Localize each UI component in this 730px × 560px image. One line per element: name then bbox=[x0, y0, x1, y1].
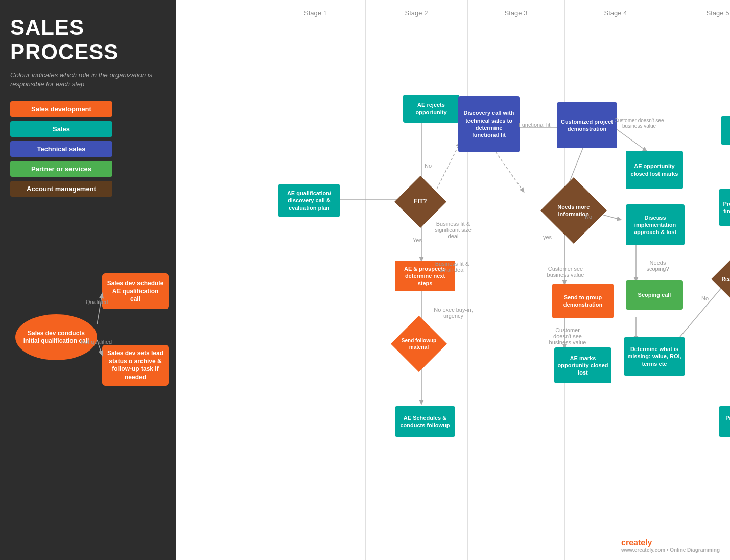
divider-1 bbox=[266, 0, 266, 560]
svg-line-8 bbox=[493, 148, 524, 192]
diagram-area: Stage 1 Stage 2 Stage 3 Stage 4 Stage 5 bbox=[176, 0, 730, 560]
node-ae-marks-closed-4: AE opportunity closed lost marks bbox=[626, 151, 683, 189]
right-panel: Stage 1 Stage 2 Stage 3 Stage 4 Stage 5 bbox=[176, 0, 730, 560]
left-diagram-svg bbox=[10, 212, 166, 416]
node-prepare-quote: Prepare quote for signature bbox=[719, 406, 730, 437]
label-customer-see-biz: Customer see business value bbox=[545, 266, 586, 278]
legend: Sales development Sales Technical sales … bbox=[10, 101, 166, 197]
stage-3-header: Stage 3 bbox=[467, 9, 564, 17]
label-biz-fit-small: Business fit & small deal bbox=[432, 261, 473, 273]
subtitle: Colour indicates which role in the organ… bbox=[10, 71, 166, 89]
label-yes-2: yes bbox=[543, 234, 552, 240]
label-no-2: No bbox=[585, 214, 592, 220]
stage-5-header: Stage 5 bbox=[667, 9, 730, 17]
label-qualified: Qualified bbox=[86, 299, 108, 305]
label-customer-no-biz: Customer doesn't see business value bbox=[547, 327, 588, 345]
legend-account-mgmt: Account management bbox=[10, 181, 112, 197]
node-discuss-impl: Discuss implementation approach & lost bbox=[626, 204, 685, 245]
page-title: SALES PROCESS bbox=[10, 15, 166, 64]
diamond-needs-more-info: Needs more information bbox=[548, 185, 599, 236]
diamond-ready-to-sign: Ready to sign? bbox=[718, 256, 730, 301]
label-no-3: No bbox=[701, 295, 709, 301]
label-customer-wants: Customer wants negotiate terms bbox=[728, 156, 730, 167]
node-scoping-call: Scoping call bbox=[626, 280, 683, 310]
node-ae-qualification: AE qualification/ discovery call & evalu… bbox=[278, 184, 340, 217]
label-customer-no-biz-2: Customer doesn't see business value bbox=[614, 118, 665, 129]
creately-logo: creately www.creately.com • Online Diagr… bbox=[621, 538, 720, 553]
node-ae-schedules: AE Schedules & conducts followup bbox=[395, 406, 455, 437]
node-customized-demo: Customized project demonstration bbox=[557, 102, 617, 148]
diamond-send-followup: Send followup material bbox=[397, 322, 440, 365]
divider-3 bbox=[467, 0, 468, 560]
label-no-exec: No exec buy-in, urgency bbox=[432, 307, 475, 319]
label-needs-scoping: Needs scoping? bbox=[639, 260, 677, 272]
svg-line-0 bbox=[97, 294, 102, 324]
legend-tech-sales: Technical sales bbox=[10, 141, 112, 157]
label-no-1: No bbox=[425, 162, 432, 169]
label-not-qualified: Not qualified bbox=[81, 339, 112, 345]
node-engage-legal: Engage legal bbox=[721, 116, 730, 145]
node-ae-marks-closed-3: AE marks opportunity closed lost bbox=[554, 347, 611, 383]
legend-sales-dev: Sales development bbox=[10, 101, 112, 117]
stage-4-header: Stage 4 bbox=[564, 9, 667, 17]
diamond-fit: FIT? bbox=[400, 181, 441, 222]
node-ae-rejects: AE rejects opportunity bbox=[403, 95, 459, 123]
left-panel: SALES PROCESS Colour indicates which rol… bbox=[0, 0, 176, 560]
node-discovery-call: Discovery call with technical sales to d… bbox=[458, 96, 520, 152]
node-determine-missing: Determine what is missing: value, ROI, t… bbox=[624, 337, 685, 376]
divider-4 bbox=[564, 0, 565, 560]
stage-2-header: Stage 2 bbox=[365, 9, 467, 17]
main-container: SALES PROCESS Colour indicates which rol… bbox=[0, 0, 730, 560]
legend-sales: Sales bbox=[10, 121, 112, 137]
legend-partner: Partner or services bbox=[10, 161, 112, 177]
divider-2 bbox=[365, 0, 366, 560]
svg-line-14 bbox=[615, 128, 646, 151]
left-diagram: Sales dev conducts initial qualification… bbox=[10, 212, 166, 416]
label-biz-fit-large: Business fit & significant size deal bbox=[433, 221, 474, 239]
node-present-proposal: Present proposal & finalize negotiation bbox=[719, 189, 730, 226]
stage-1-header: Stage 1 bbox=[266, 9, 365, 17]
creately-sub: www.creately.com • Online Diagramming bbox=[621, 547, 720, 553]
label-functional-fit: Functional fit bbox=[519, 122, 550, 128]
node-send-group-demo: Send to group demonstration bbox=[552, 284, 614, 318]
label-yes-1: Yes bbox=[413, 237, 422, 243]
